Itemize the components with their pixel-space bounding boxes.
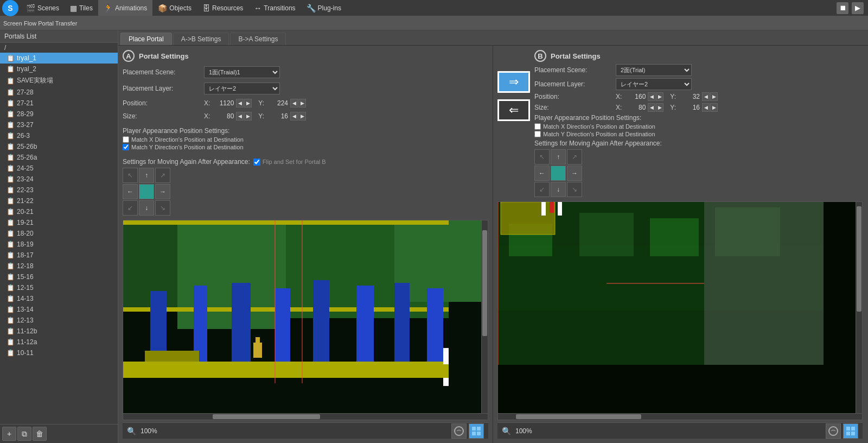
play-button[interactable]: ▶ <box>852 2 864 14</box>
panel-b-grid-se[interactable]: ↘ <box>567 182 582 197</box>
sidebar-item-25-26a[interactable]: 📋 25-26a <box>0 152 118 163</box>
stop-button[interactable]: ⏹ <box>837 2 848 14</box>
panel-b-grid-w[interactable]: ← <box>534 166 550 181</box>
panel-b-size-y-inc[interactable]: ▶ <box>710 103 718 112</box>
panel-a-pos-y-dec[interactable]: ◀ <box>290 99 298 107</box>
panel-a-grid-s[interactable]: ↓ <box>139 200 154 216</box>
sidebar-item-12-15[interactable]: 📋 12-15 <box>0 282 118 293</box>
sidebar-item-19-21[interactable]: 📋 19-21 <box>0 217 118 228</box>
panel-b-pos-x-inc[interactable]: ▶ <box>656 92 663 101</box>
panel-a-pos-y-inc[interactable]: ▶ <box>298 99 306 107</box>
panel-b-scene-select[interactable]: 2面(Trial) <box>616 64 692 76</box>
panel-b-grid-nw[interactable]: ↖ <box>534 149 550 164</box>
panel-a-flip-checkbox[interactable] <box>253 159 260 166</box>
panel-b-scroll-h[interactable] <box>498 414 856 420</box>
panel-a-zoom-icon[interactable]: 🔍 <box>127 427 136 435</box>
sidebar-item-13-14[interactable]: 📋 13-14 <box>0 304 118 315</box>
panel-a-grid-center[interactable] <box>139 184 154 199</box>
panel-a-size-y-dec[interactable]: ◀ <box>290 112 298 121</box>
panel-a-match-x-checkbox[interactable] <box>123 136 129 143</box>
add-portal-button[interactable]: + <box>2 427 16 441</box>
sidebar-item-10-11[interactable]: 📋 10-11 <box>0 347 118 358</box>
panel-a-scroll-v[interactable] <box>481 220 488 413</box>
panel-b-mask-icon[interactable] <box>826 423 841 439</box>
panel-b-pos-y-inc[interactable]: ▶ <box>710 92 718 101</box>
sidebar-item-18-19[interactable]: 📋 18-19 <box>0 239 118 250</box>
panel-b-size-y-dec[interactable]: ◀ <box>702 103 710 112</box>
panel-b-grid-icon[interactable] <box>843 423 858 439</box>
panel-b-grid-e[interactable]: → <box>567 166 582 181</box>
sidebar-item-12-13[interactable]: 📋 12-13 <box>0 315 118 326</box>
panel-a-size-x-dec[interactable]: ◀ <box>236 112 244 121</box>
sidebar-item-20-21[interactable]: 📋 20-21 <box>0 206 118 217</box>
panel-a-grid-w[interactable]: ← <box>123 184 138 199</box>
panel-a-pos-x-dec[interactable]: ◀ <box>236 99 244 107</box>
panel-a-mask-icon[interactable] <box>451 423 467 439</box>
tab-b-to-a[interactable]: B->A Settings <box>230 33 286 45</box>
sidebar-item-21-22[interactable]: 📋 21-22 <box>0 195 118 206</box>
sidebar-item-12-18[interactable]: 📋 12-18 <box>0 261 118 271</box>
copy-portal-button[interactable]: ⧉ <box>17 427 31 441</box>
panel-a-pos-x-inc[interactable]: ▶ <box>244 99 252 107</box>
panel-b-pos-y-dec[interactable]: ◀ <box>702 92 710 101</box>
delete-portal-button[interactable]: 🗑 <box>33 427 47 441</box>
panel-a-scroll-h[interactable] <box>123 414 481 420</box>
sidebar-item-27-21[interactable]: 📋 27-21 <box>0 98 118 109</box>
sidebar-item-22-23[interactable]: 📋 22-23 <box>0 185 118 195</box>
panel-a-scene-select[interactable]: 1面(Traial)1 <box>204 66 280 78</box>
panel-a-size-y-inc[interactable]: ▶ <box>298 112 306 121</box>
sidebar-item-23-27[interactable]: 📋 23-27 <box>0 119 118 130</box>
sidebar-item-24-25[interactable]: 📋 24-25 <box>0 163 118 174</box>
sidebar-item-27-28[interactable]: 📋 27-28 <box>0 87 118 98</box>
menu-transitions[interactable]: ↔ Transitions <box>248 0 301 16</box>
panel-b-hscroll-thumb[interactable] <box>516 414 641 419</box>
sidebar-item-tryal1[interactable]: 📋 tryal_1 <box>0 53 118 64</box>
panel-a-grid-icon[interactable] <box>469 423 484 439</box>
sidebar-item-14-13[interactable]: 📋 14-13 <box>0 293 118 304</box>
panel-b-grid-sw[interactable]: ↙ <box>534 182 550 197</box>
sidebar-item-save[interactable]: 📋 SAVE実験場 <box>0 74 118 87</box>
panel-a-grid-n[interactable]: ↑ <box>139 168 154 183</box>
panel-b-grid-ne[interactable]: ↗ <box>567 149 582 164</box>
sidebar-item-23-24[interactable]: 📋 23-24 <box>0 174 118 185</box>
panel-a-size-x-inc[interactable]: ▶ <box>244 112 252 121</box>
panel-a-layer-select[interactable]: レイヤー2 <box>204 83 280 94</box>
sidebar-item-28-29[interactable]: 📋 28-29 <box>0 109 118 119</box>
panel-b-size-x-dec[interactable]: ◀ <box>648 103 655 112</box>
panel-b-scroll-v[interactable] <box>856 202 862 413</box>
panel-a-hscroll-thumb[interactable] <box>213 414 320 419</box>
panel-b-grid-center[interactable] <box>551 166 566 181</box>
panel-b-match-y-checkbox[interactable] <box>534 131 541 137</box>
sidebar-item-18-20[interactable]: 📋 18-20 <box>0 228 118 239</box>
panel-a-grid-sw[interactable]: ↙ <box>123 200 138 216</box>
sidebar-item-26-3[interactable]: 📋 26-3 <box>0 130 118 141</box>
panel-b-size-x-inc[interactable]: ▶ <box>656 103 663 112</box>
panel-b-layer-select[interactable]: レイヤー2 <box>616 78 692 90</box>
sidebar-item-18-17[interactable]: 📋 18-17 <box>0 250 118 261</box>
tab-place-portal[interactable]: Place Portal <box>120 33 172 45</box>
menu-plugins[interactable]: 🔧 Plug-ins <box>301 0 347 16</box>
sidebar-item-15-16[interactable]: 📋 15-16 <box>0 271 118 282</box>
panel-b-zoom-icon[interactable]: 🔍 <box>502 427 511 435</box>
menu-tiles[interactable]: ▦ Tiles <box>65 0 98 16</box>
panel-b-grid-n[interactable]: ↑ <box>551 149 566 164</box>
panel-a-grid-nw[interactable]: ↖ <box>123 168 138 183</box>
sidebar-item-11-12b[interactable]: 📋 11-12b <box>0 326 118 337</box>
panel-b-pos-x-dec[interactable]: ◀ <box>648 92 655 101</box>
menu-resources[interactable]: 🗄 Resources <box>197 0 248 16</box>
panel-a-grid-se[interactable]: ↘ <box>155 200 170 216</box>
panel-a-vscroll-thumb[interactable] <box>482 230 487 336</box>
menu-objects[interactable]: 📦 Objects <box>152 0 197 16</box>
menu-animations[interactable]: 🏃 Animations <box>98 0 152 16</box>
panel-a-grid-e[interactable]: → <box>155 184 170 199</box>
sidebar-item-tryal2[interactable]: 📋 tryal_2 <box>0 64 118 74</box>
sidebar-item-25-26b[interactable]: 📋 25-26b <box>0 141 118 152</box>
panel-b-grid-s[interactable]: ↓ <box>551 182 566 197</box>
panel-a-match-y-checkbox[interactable] <box>123 144 129 150</box>
panel-b-vscroll-thumb[interactable] <box>857 206 861 312</box>
sidebar-item-11-12a[interactable]: 📋 11-12a <box>0 337 118 347</box>
menu-scenes[interactable]: 🎬 Scenes <box>21 0 65 16</box>
panel-a-grid-ne[interactable]: ↗ <box>155 168 170 183</box>
tab-a-to-b[interactable]: A->B Settings <box>173 33 229 45</box>
panel-b-match-x-checkbox[interactable] <box>534 123 541 130</box>
